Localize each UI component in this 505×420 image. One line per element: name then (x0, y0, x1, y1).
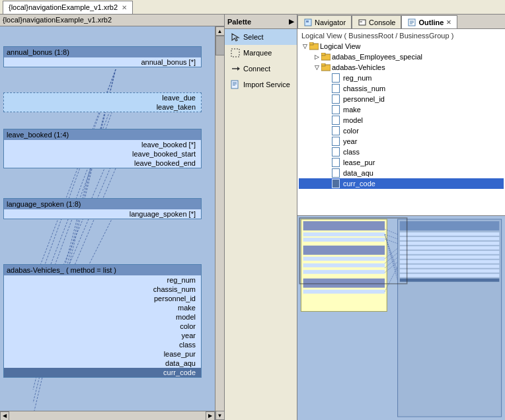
palette-item-import-service[interactable]: Import Service (225, 77, 297, 92)
scroll-up-btn[interactable]: ▲ (215, 26, 225, 36)
av-curr-code: curr_code (4, 368, 201, 377)
scroll-right-btn[interactable]: ▶ (206, 411, 215, 421)
tree-item-year[interactable]: year (299, 136, 504, 147)
tree-item-employees[interactable]: ▷ adabas_Employees_special (299, 52, 504, 62)
personnel-doc-icon (332, 94, 340, 104)
palette-expand-btn[interactable]: ▶ (289, 18, 294, 25)
data-aqu-doc-icon (332, 168, 340, 178)
leave-booked-end: leave_booked_end (4, 158, 201, 168)
svg-rect-46 (400, 232, 500, 236)
tree-item-lease-pur[interactable]: lease_pur (299, 157, 504, 168)
scroll-thumb-v[interactable] (215, 36, 225, 55)
outline-tab-close[interactable]: ✕ (446, 19, 451, 26)
language-spoken-node[interactable]: language_spoken (1:8) language_spoken [*… (3, 198, 202, 219)
svg-rect-15 (231, 81, 238, 88)
navigator-preview (297, 215, 505, 420)
palette-header: Palette ▶ (225, 15, 297, 29)
adabas-vehicles-expand[interactable]: ▽ (312, 63, 321, 72)
tab-navigator-label: Navigator (315, 18, 346, 26)
svg-marker-11 (232, 34, 239, 41)
palette-item-connect[interactable]: Connect (225, 61, 297, 77)
annual-bonus-node[interactable]: annual_bonus (1:8) annual_bonus [*] (3, 46, 202, 67)
logical-view-expand[interactable]: ▽ (300, 42, 309, 51)
svg-rect-54 (400, 269, 500, 273)
svg-rect-40 (303, 263, 385, 267)
av-year: year (4, 331, 201, 340)
tab-console[interactable]: Console (352, 15, 401, 28)
svg-rect-51 (400, 256, 500, 259)
leave-booked-node[interactable]: leave_booked (1:4) leave_booked [*] leav… (3, 129, 202, 168)
year-doc-icon (332, 137, 340, 146)
svg-rect-36 (303, 232, 385, 236)
right-panel: Navigator Console (297, 15, 505, 420)
model-doc-icon (332, 116, 340, 125)
tree-item-curr-code[interactable]: curr_code (299, 178, 504, 189)
palette-item-marquee[interactable]: Marquee (225, 45, 297, 61)
tree-item-model[interactable]: model (299, 115, 504, 125)
av-model: model (4, 312, 201, 322)
svg-rect-55 (400, 274, 500, 277)
leave-booked-header: leave_booked (1:4) (4, 129, 201, 140)
scroll-track-h[interactable] (9, 411, 206, 421)
connect-icon (230, 63, 241, 74)
chassis-doc-icon (332, 84, 340, 93)
class-label: class (343, 148, 360, 156)
preview-svg (297, 216, 505, 420)
adabas-vehicles-node[interactable]: adabas-Vehicles_ ( method = list ) reg_n… (3, 264, 202, 378)
employees-label: adabas_Employees_special (332, 53, 422, 61)
editor-tab-label: {local}navigationExample_v1.xrb2 (9, 3, 118, 11)
leave-due-node[interactable]: leave_due leave_taken (3, 92, 202, 112)
tab-navigator[interactable]: Navigator (297, 15, 352, 28)
tree-item-color[interactable]: color (299, 125, 504, 136)
editor-tab-close[interactable]: ✕ (122, 4, 127, 11)
svg-rect-41 (303, 270, 385, 274)
scroll-track-v[interactable] (215, 36, 225, 411)
employees-expand[interactable]: ▷ (312, 52, 321, 61)
logical-view-icon (309, 42, 319, 51)
palette-item-select[interactable]: Select (225, 29, 297, 45)
data-aqu-label: data_aqu (343, 169, 373, 177)
svg-rect-49 (400, 246, 500, 250)
av-color: color (4, 322, 201, 331)
vertical-scrollbar[interactable]: ▲ ▼ (215, 26, 224, 420)
tab-outline-label: Outline (418, 18, 444, 26)
tree-item-make[interactable]: make (299, 104, 504, 115)
svg-rect-30 (321, 53, 325, 55)
model-label: model (343, 116, 363, 124)
tree-item-reg-num[interactable]: reg_num (299, 73, 504, 83)
tree-item-personnel-id[interactable]: personnel_id (299, 94, 504, 104)
tree-item-adabas-vehicles[interactable]: ▽ adabas-Vehicles (299, 62, 504, 73)
tree-item-class[interactable]: class (299, 147, 504, 157)
palette-connect-label: Connect (243, 65, 270, 73)
av-personnel-id: personnel_id (4, 294, 201, 303)
curr-code-doc-icon (332, 179, 340, 188)
language-spoken-field: language_spoken [*] (4, 209, 201, 219)
svg-rect-52 (400, 260, 500, 263)
horizontal-scrollbar[interactable]: ◀ ▶ (0, 411, 215, 420)
lease-doc-icon (332, 158, 340, 167)
palette-title: Palette (227, 18, 251, 26)
annual-bonus-field: annual_bonus [*] (4, 57, 201, 67)
tree-item-chassis-num[interactable]: chassis_num (299, 83, 504, 94)
leave-due-field: leave_due (4, 93, 201, 102)
color-doc-icon (332, 126, 340, 135)
palette-marquee-label: Marquee (243, 49, 272, 57)
tree-item-data-aqu[interactable]: data_aqu (299, 168, 504, 178)
svg-rect-39 (303, 257, 385, 261)
tab-outline[interactable]: Outline ✕ (401, 15, 457, 28)
scroll-left-btn[interactable]: ◀ (0, 411, 9, 421)
reg-num-doc-icon (332, 73, 340, 83)
editor-tab[interactable]: {local}navigationExample_v1.xrb2 ✕ (3, 1, 133, 14)
svg-rect-35 (303, 221, 385, 230)
canvas-content[interactable]: annual_bonus (1:8) annual_bonus [*] leav… (0, 26, 215, 411)
svg-rect-43 (303, 290, 385, 294)
outline-icon (407, 18, 416, 27)
scroll-down-btn[interactable]: ▼ (215, 411, 225, 420)
svg-rect-38 (303, 246, 385, 255)
av-chassis-num: chassis_num (4, 285, 201, 294)
tree-item-logical-view[interactable]: ▽ Logical View (299, 41, 504, 52)
svg-rect-50 (400, 251, 500, 254)
adabas-vehicles-tree-label: adabas-Vehicles (332, 63, 385, 71)
chassis-num-label: chassis_num (343, 85, 385, 92)
svg-rect-28 (309, 42, 313, 45)
